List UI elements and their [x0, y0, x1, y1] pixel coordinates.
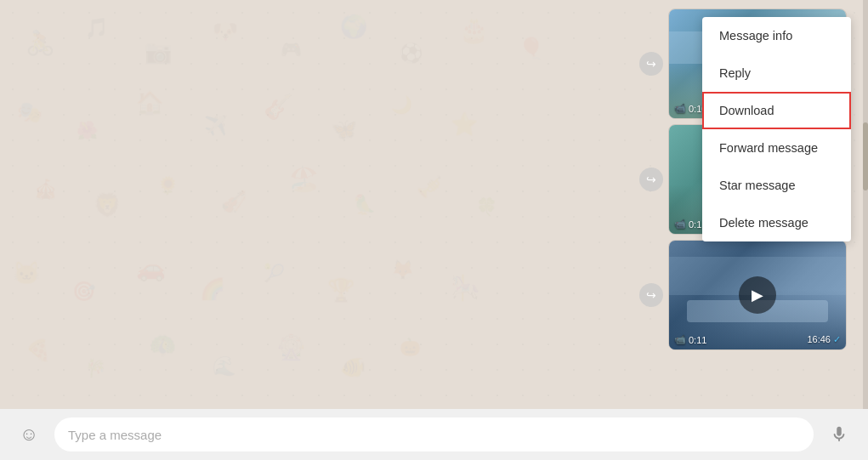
context-menu-item-download[interactable]: Download — [702, 92, 851, 129]
forward-icon-3: ↪ — [646, 288, 656, 302]
context-menu: Message info Reply Download Forward mess… — [702, 17, 851, 241]
context-menu-item-star-message[interactable]: Star message — [702, 167, 851, 204]
video-timestamp-3: 16:46 ✓ — [807, 334, 841, 345]
video-cam-icon-2: 📹 — [674, 219, 686, 230]
video-message-3: ↪ ▶ 📹 0:11 16:46 ✓ — [639, 240, 847, 350]
play-button-3[interactable]: ▶ — [739, 276, 776, 314]
message-input[interactable] — [54, 417, 814, 451]
mic-icon — [830, 425, 848, 444]
video-duration-3: 📹 0:11 — [674, 334, 706, 345]
video-thumb-3[interactable]: ▶ 📹 0:11 16:46 ✓ — [668, 240, 847, 350]
forward-button-3[interactable]: ↪ — [639, 283, 663, 307]
context-menu-item-forward-message[interactable]: Forward message — [702, 129, 851, 167]
context-menu-item-message-info[interactable]: Message info — [702, 17, 851, 54]
input-bar: ☺ — [0, 409, 868, 460]
context-menu-item-delete-message[interactable]: Delete message — [702, 204, 851, 241]
message-checkmark-3: ✓ — [833, 334, 841, 344]
video-cam-icon-3: 📹 — [674, 334, 686, 345]
forward-button-1[interactable]: ↪ — [639, 52, 663, 76]
context-menu-item-reply[interactable]: Reply — [702, 54, 851, 92]
emoji-icon: ☺ — [20, 423, 38, 446]
scrollbar[interactable] — [863, 0, 868, 409]
play-icon-3: ▶ — [752, 286, 763, 304]
mic-button[interactable] — [824, 419, 854, 450]
forward-button-2[interactable]: ↪ — [639, 168, 663, 191]
scrollbar-thumb[interactable] — [863, 122, 868, 190]
video-cam-icon-1: 📹 — [674, 103, 686, 114]
forward-icon-1: ↪ — [646, 57, 656, 71]
emoji-button[interactable]: ☺ — [14, 419, 44, 450]
forward-icon-2: ↪ — [646, 173, 656, 186]
